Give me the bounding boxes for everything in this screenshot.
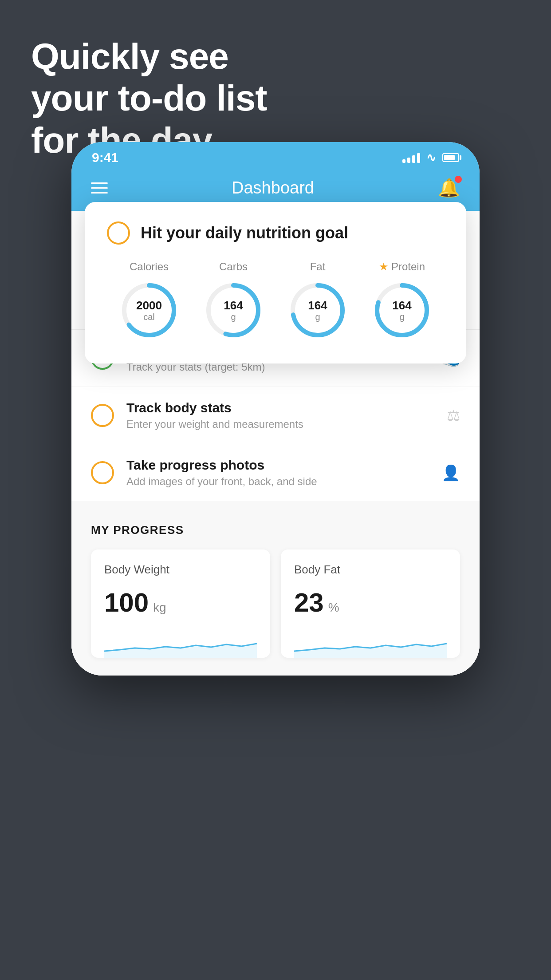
circle-chart-0: 2000cal bbox=[118, 279, 180, 341]
nutrition-item-protein: ★ Protein 164g bbox=[371, 261, 433, 341]
time: 9:41 bbox=[92, 150, 118, 165]
todo-text-1: Track body stats Enter your weight and m… bbox=[126, 400, 434, 431]
nutrition-card-header: Hit your daily nutrition goal bbox=[107, 221, 444, 245]
notification-badge bbox=[455, 176, 462, 183]
status-icons: ∿ bbox=[402, 151, 459, 165]
circle-value-2: 164g bbox=[308, 299, 327, 322]
status-bar: 9:41 ∿ bbox=[71, 142, 480, 170]
nutrition-item-carbs: Carbs 164g bbox=[202, 261, 264, 341]
circle-chart-3: 164g bbox=[371, 279, 433, 341]
todo-icon-person: 👤 bbox=[441, 464, 460, 482]
progress-card-1[interactable]: Body Fat 23 % bbox=[281, 549, 460, 658]
notification-button[interactable]: 🔔 bbox=[438, 178, 460, 198]
progress-cards: Body Weight 100 kg Body Fat 23 % bbox=[91, 549, 460, 658]
nutrition-label-3: ★ Protein bbox=[379, 261, 425, 273]
menu-button[interactable] bbox=[91, 182, 108, 194]
nutrition-label-1: Carbs bbox=[219, 261, 248, 273]
phone-content: THINGS TO DO TODAY Hit your daily nutrit… bbox=[71, 211, 480, 676]
circle-value-0: 2000cal bbox=[136, 299, 162, 322]
star-icon: ★ bbox=[379, 261, 389, 273]
todo-title-1: Track body stats bbox=[126, 400, 434, 415]
progress-card-title-1: Body Fat bbox=[294, 563, 447, 577]
circle-chart-2: 164g bbox=[287, 279, 349, 341]
hero-line2: your to-do list bbox=[31, 77, 267, 119]
nav-title: Dashboard bbox=[232, 178, 314, 198]
circle-chart-1: 164g bbox=[202, 279, 264, 341]
nutrition-check-circle bbox=[107, 221, 130, 245]
todo-item-photos[interactable]: Take progress photos Add images of your … bbox=[71, 444, 480, 501]
nutrition-item-fat: Fat 164g bbox=[287, 261, 349, 341]
wifi-icon: ∿ bbox=[426, 151, 436, 165]
nutrition-row: Calories 2000cal Carbs bbox=[107, 261, 444, 341]
todo-icon-scale: ⚖ bbox=[447, 407, 460, 424]
progress-number-0: 100 bbox=[104, 587, 149, 618]
nutrition-title: Hit your daily nutrition goal bbox=[141, 224, 348, 242]
signal-icon bbox=[402, 152, 420, 163]
mini-chart-1 bbox=[294, 631, 447, 658]
todo-subtitle-1: Enter your weight and measurements bbox=[126, 418, 434, 431]
nutrition-item-calories: Calories 2000cal bbox=[118, 261, 180, 341]
circle-value-1: 164g bbox=[224, 299, 243, 322]
nutrition-label-0: Calories bbox=[130, 261, 169, 273]
todo-subtitle-2: Add images of your front, back, and side bbox=[126, 475, 429, 488]
progress-unit-1: % bbox=[328, 601, 339, 615]
todo-text-2: Take progress photos Add images of your … bbox=[126, 458, 429, 488]
todo-item-body-stats[interactable]: Track body stats Enter your weight and m… bbox=[71, 387, 480, 444]
progress-section: MY PROGRESS Body Weight 100 kg Body Fat … bbox=[71, 501, 480, 676]
progress-value-0: 100 kg bbox=[104, 587, 257, 618]
todo-circle-1 bbox=[91, 404, 114, 427]
progress-card-title-0: Body Weight bbox=[104, 563, 257, 577]
nutrition-card[interactable]: Hit your daily nutrition goal Calories 2… bbox=[85, 202, 466, 364]
phone: 9:41 ∿ Dashboard 🔔 bbox=[71, 142, 480, 676]
battery-icon bbox=[442, 153, 459, 162]
progress-unit-0: kg bbox=[153, 601, 166, 615]
mini-chart-0 bbox=[104, 631, 257, 658]
todo-title-2: Take progress photos bbox=[126, 458, 429, 473]
progress-card-0[interactable]: Body Weight 100 kg bbox=[91, 549, 270, 658]
nutrition-label-2: Fat bbox=[310, 261, 326, 273]
todo-circle-2 bbox=[91, 461, 114, 484]
phone-wrapper: 9:41 ∿ Dashboard 🔔 bbox=[71, 142, 480, 676]
progress-value-1: 23 % bbox=[294, 587, 447, 618]
progress-number-1: 23 bbox=[294, 587, 324, 618]
hero-line1: Quickly see bbox=[31, 36, 267, 77]
progress-header: MY PROGRESS bbox=[91, 523, 460, 537]
circle-value-3: 164g bbox=[392, 299, 411, 322]
